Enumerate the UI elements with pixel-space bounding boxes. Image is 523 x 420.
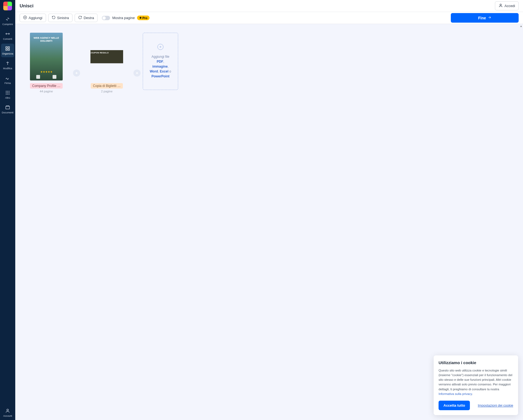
show-pages-toggle[interactable]: [102, 16, 110, 20]
login-label: Accedi: [504, 4, 515, 8]
more-icon: [5, 90, 10, 95]
privacy-link[interactable]: Informativa sulla privacy: [439, 392, 472, 395]
star-icon: ★: [139, 16, 142, 20]
sidebar-item-comprimi[interactable]: Comprimi: [1, 14, 14, 28]
svg-point-10: [6, 94, 7, 95]
svg-point-6: [9, 91, 10, 92]
sidebar-item-documenti[interactable]: Documenti: [1, 102, 14, 116]
svg-point-5: [7, 91, 8, 92]
filetype-image[interactable]: immagine: [152, 65, 168, 68]
convert-icon: [5, 31, 10, 37]
file-name: Copia di Biglietti …: [91, 83, 123, 89]
edit-icon: [5, 61, 10, 66]
insert-between-button[interactable]: [133, 70, 141, 77]
svg-rect-2: [6, 49, 7, 50]
file-thumbnail: WEB AGENCY NELLE DOLOMITI ★★★★★: [30, 33, 63, 80]
scroll-up-icon: ▲: [519, 24, 523, 28]
add-file-dropzone[interactable]: Aggiungi file PDF, immagine, Word, Excel…: [143, 33, 178, 90]
add-zone-text: Aggiungi file PDF, immagine, Word, Excel…: [150, 54, 171, 79]
file-name: Company Profile …: [30, 83, 63, 89]
page-title: Unisci: [20, 3, 34, 9]
svg-point-9: [9, 92, 10, 93]
sidebar-item-label: Organizza: [2, 52, 13, 55]
sidebar: Comprimi Converti Organizza Modifica Fir: [0, 0, 15, 420]
svg-point-14: [500, 4, 501, 5]
rotate-left-button[interactable]: Sinistra: [48, 14, 72, 22]
cookie-actions: Accetta tutto Impostazioni dei cookie: [439, 401, 513, 410]
plus-circle-icon: [157, 44, 163, 50]
sidebar-item-label: Altro: [5, 96, 10, 99]
add-label: Aggiungi: [29, 16, 42, 20]
rotate-right-button[interactable]: Destra: [75, 14, 98, 22]
show-pages-toggle-wrap: Mostra pagine ★Pro: [102, 16, 150, 20]
sign-icon: [5, 75, 10, 81]
files-row: WEB AGENCY NELLE DOLOMITI ★★★★★ Company …: [22, 33, 516, 93]
svg-rect-0: [6, 47, 7, 48]
organize-icon: [5, 46, 10, 51]
cookie-settings-link[interactable]: Impostazioni dei cookie: [478, 404, 513, 407]
sidebar-item-organizza[interactable]: Organizza: [1, 44, 14, 57]
svg-point-11: [7, 94, 8, 95]
arrow-right-icon: [488, 16, 491, 20]
sidebar-item-altro[interactable]: Altro: [1, 88, 14, 101]
svg-point-4: [6, 91, 7, 92]
filetype-powerpoint[interactable]: PowerPoint: [151, 74, 169, 78]
plus-icon: [23, 16, 27, 20]
finish-label: Fine: [478, 16, 486, 20]
svg-rect-1: [8, 47, 10, 48]
sidebar-item-label: Account: [3, 415, 12, 417]
sidebar-item-label: Documenti: [2, 111, 13, 114]
sidebar-item-label: Converti: [3, 38, 12, 40]
pro-badge: ★Pro: [137, 16, 150, 20]
cookie-banner: Utilizziamo i cookie Questo sito web uti…: [434, 355, 518, 415]
svg-point-8: [7, 92, 8, 93]
rotate-left-label: Sinistra: [57, 16, 69, 20]
add-button[interactable]: Aggiungi: [20, 14, 46, 22]
login-button[interactable]: Accedi: [495, 1, 519, 10]
toolbar: Aggiungi Sinistra Destra Mostra pagine ★…: [15, 12, 523, 24]
svg-point-12: [9, 94, 10, 95]
filetype-pdf[interactable]: PDF: [157, 60, 163, 64]
finish-button[interactable]: Fine: [451, 13, 519, 23]
cookie-accept-button[interactable]: Accetta tutto: [439, 401, 470, 410]
sidebar-item-account[interactable]: Account: [1, 406, 14, 419]
sidebar-item-modifica[interactable]: Modifica: [1, 58, 14, 72]
account-icon: [5, 408, 10, 413]
rating-stars-icon: ★★★★★: [30, 70, 63, 73]
file-thumbnail: COUPON REGALO: [90, 33, 123, 80]
documents-icon: [5, 105, 10, 110]
sidebar-item-label: Firma: [5, 82, 11, 84]
cookie-body: Questo sito web utilizza cookie e tecnol…: [439, 368, 513, 397]
thumbnail-title: WEB AGENCY NELLE DOLOMITI: [30, 37, 63, 43]
file-page-count: 44 pagine: [40, 90, 53, 93]
rotate-left-icon: [52, 16, 56, 20]
thumbnail-title: COUPON REGALO: [90, 52, 109, 54]
thumbnail-logos: [30, 75, 63, 79]
header: Unisci Accedi: [15, 0, 523, 12]
filetype-excel[interactable]: Excel: [160, 70, 168, 73]
insert-between-button[interactable]: [73, 70, 80, 77]
sidebar-item-label: Comprimi: [2, 23, 13, 26]
cookie-title: Utilizziamo i cookie: [439, 360, 513, 365]
sidebar-item-converti[interactable]: Converti: [1, 29, 14, 43]
vertical-scrollbar[interactable]: ▲: [519, 24, 523, 420]
svg-rect-3: [8, 49, 10, 50]
app-logo[interactable]: [3, 2, 12, 10]
file-card[interactable]: COUPON REGALO Copia di Biglietti … 2 pag…: [82, 33, 131, 93]
rotate-right-icon: [78, 16, 82, 20]
rotate-right-label: Destra: [84, 16, 94, 20]
svg-point-13: [7, 409, 8, 411]
show-pages-label: Mostra pagine: [112, 16, 135, 20]
file-page-count: 2 pagine: [101, 90, 112, 93]
sidebar-item-firma[interactable]: Firma: [1, 73, 14, 87]
user-icon: [498, 3, 503, 8]
file-card[interactable]: WEB AGENCY NELLE DOLOMITI ★★★★★ Company …: [22, 33, 71, 93]
compress-icon: [5, 16, 10, 22]
sidebar-item-label: Modifica: [3, 67, 12, 70]
svg-point-7: [6, 92, 7, 93]
filetype-word[interactable]: Word: [150, 70, 158, 73]
